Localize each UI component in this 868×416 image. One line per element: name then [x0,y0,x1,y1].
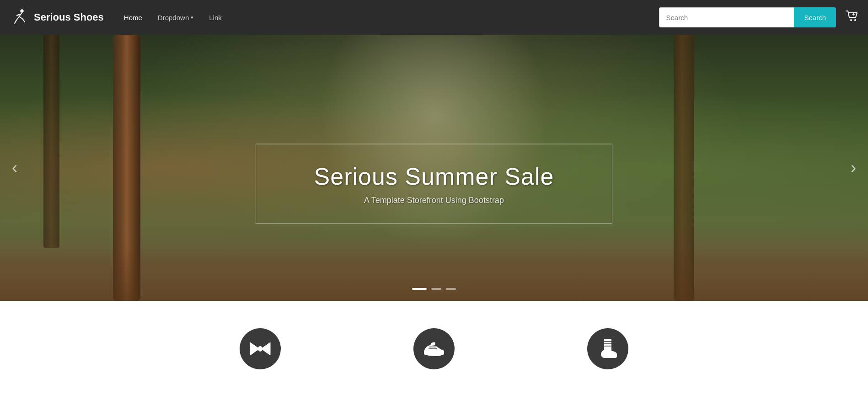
shoe-icon [422,341,446,357]
hero-carousel: ‹ › Serious Summer Sale A Template Store… [0,35,868,301]
svg-line-5 [23,19,25,22]
carousel-indicator-2[interactable] [431,288,441,290]
search-button[interactable]: Search [794,7,836,27]
brand-logo[interactable]: Serious Shoes [9,7,104,27]
navbar-search: Search [659,7,836,27]
features-row [0,301,868,392]
svg-line-3 [16,16,19,20]
shoes-icon-circle [413,328,455,369]
accessories-icon-circle [240,328,281,369]
carousel-indicator-3[interactable] [446,288,456,290]
brand-icon [9,7,29,27]
carousel-subtitle: A Template Storefront Using Bootstrap [279,196,589,205]
nav-link-link[interactable]: Link [203,10,228,25]
nav-dropdown-label: Dropdown [158,14,189,21]
brand-name: Serious Shoes [34,11,104,23]
tree-decoration-3 [43,35,59,248]
bow-tie-icon [249,341,271,356]
svg-line-7 [17,14,20,16]
boots-icon-circle [587,328,628,369]
svg-point-1 [21,10,24,13]
carousel-prev-button[interactable]: ‹ [5,155,25,181]
svg-point-0 [9,7,29,27]
svg-point-9 [854,19,856,21]
carousel-caption-box: Serious Summer Sale A Template Storefron… [256,144,612,224]
navbar: Serious Shoes Home Dropdown ▾ Link Searc… [0,0,868,35]
carousel-indicator-1[interactable] [412,288,427,290]
nav-links: Home Dropdown ▾ Link [118,10,659,25]
svg-point-14 [258,346,263,352]
cart-svg [845,9,859,23]
nav-link-home[interactable]: Home [118,10,149,25]
carousel-next-button[interactable]: › [843,155,863,181]
nav-dropdown[interactable]: Dropdown ▾ [151,10,200,25]
cart-icon[interactable] [845,9,859,26]
carousel-title: Serious Summer Sale [279,163,589,190]
svg-point-8 [850,19,852,21]
feature-boots [521,319,695,383]
feature-accessories [173,319,347,383]
search-input[interactable] [659,7,794,27]
chevron-down-icon: ▾ [191,15,193,21]
svg-line-6 [15,20,16,23]
feature-shoes [347,319,521,383]
ground-overlay [0,246,868,301]
svg-rect-17 [604,339,611,351]
svg-line-4 [19,16,23,19]
carousel-indicators [412,288,456,290]
boot-icon [598,338,618,360]
